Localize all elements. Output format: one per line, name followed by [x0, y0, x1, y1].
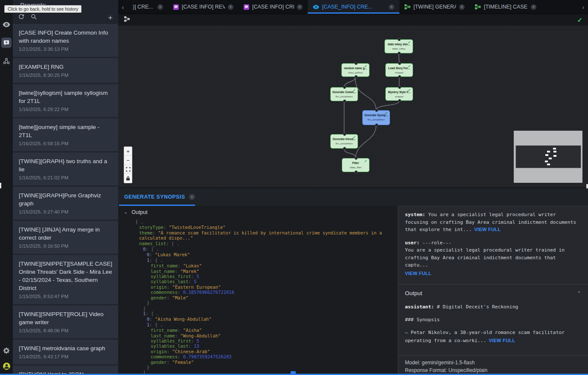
output-header: Output — [405, 290, 422, 296]
node-check-icon: ✓ — [352, 88, 356, 92]
editor-tab-2[interactable]: [CASE INFO] CRE...× — [239, 0, 308, 14]
graph-node[interactable]: ✓ state mkey stor... state_mkey — [384, 39, 413, 53]
minimap-node — [545, 161, 548, 162]
list-item[interactable]: [CASE INFO] Create Common Info with rand… — [13, 24, 118, 57]
result-tab-label: GENERATE SYNOPSIS — [124, 194, 185, 200]
assistant-line: ### Synopsis — [405, 316, 581, 324]
minimap-node — [553, 151, 556, 152]
prompt-timestamp: 1/16/2025, 8:30:25 PM — [19, 73, 113, 78]
graph-node[interactable]: ✓ Generate Comm... llm_completion — [330, 87, 358, 101]
node-check-icon: ✓ — [364, 64, 367, 68]
app-window: Prompts + [CASE INFO] Create Common Info… — [0, 0, 588, 375]
node-graph-canvas[interactable]: + − ✓ state mkey stor... state_mkey✓ ran… — [118, 26, 588, 188]
refresh-icon[interactable] — [18, 14, 24, 21]
eye-icon[interactable] — [2, 20, 11, 29]
assistant-output-section: Output ⌃ assistant: # Digital Deceit's R… — [398, 284, 588, 355]
auto-layout-icon[interactable] — [124, 16, 130, 24]
list-item[interactable]: [TWINE][SNIPPET][SAMPLE CASE] Online Thr… — [13, 255, 118, 304]
graph-minimap[interactable] — [514, 131, 582, 183]
graph-node[interactable]: ✓ random name g... exec_python — [341, 63, 370, 77]
view-full-link[interactable]: VIEW FULL — [489, 338, 515, 343]
lock-button[interactable] — [124, 174, 132, 183]
prompt-title: [TWINE] metroidvania case graph — [19, 344, 113, 352]
prompt-title: [TWINE][SNIPPET][ROLE] Video game writer — [19, 310, 113, 326]
output-section-header[interactable]: ⌄ Output — [118, 206, 398, 218]
json-tree[interactable]: { ⌄storyType: "TwistedLoveTriangle"theme… — [118, 218, 398, 375]
minimap-node — [549, 158, 552, 159]
list-item[interactable]: [TWINE] [JINJA] Array merge in correct o… — [13, 221, 118, 254]
graph-node[interactable]: ✓ Filter state_filter — [342, 158, 370, 172]
prompts-sidebar: Prompts + [CASE INFO] Create Common Info… — [13, 0, 118, 375]
view-full-link[interactable]: VIEW FULL — [405, 270, 431, 278]
json-line: } — [118, 300, 398, 305]
active-tab-underline — [119, 205, 195, 206]
chevron-up-icon[interactable]: ⌃ — [577, 290, 581, 296]
list-item[interactable]: [twine][journey] simple sample - 2T1L1/1… — [13, 118, 118, 151]
prompt-timestamp: 1/16/2025, 6:21:02 PM — [19, 175, 113, 181]
json-line: 0: [ ⌄ — [118, 246, 398, 252]
close-icon[interactable]: × — [157, 4, 163, 10]
json-line: theme: "A romance scam facilitator is ki… — [118, 230, 398, 235]
chevron-down-icon: ⌄ — [124, 209, 128, 215]
graph-node[interactable]: ✓ Generate Synop... llm_completion — [362, 110, 390, 125]
left-resize-handle[interactable] — [0, 183, 1, 188]
right-resize-handle[interactable] — [586, 184, 588, 188]
graph-node[interactable]: ✓ Mystery Style F... snippet — [385, 87, 413, 101]
prompts-nav-icon[interactable] — [1, 38, 12, 48]
editor-tab-1[interactable]: [CASE INFO] REVI...× — [168, 0, 239, 14]
list-item[interactable]: [EXAMPLE] RNG1/16/2025, 8:30:25 PM — [13, 58, 118, 83]
graph-node[interactable]: ✓ Generate Introd... llm_completion — [330, 134, 358, 149]
history-tooltip: Click to go back, hold to see history — [4, 5, 82, 13]
zoom-in-button[interactable]: + — [124, 147, 132, 156]
add-prompt-button[interactable]: + — [108, 14, 113, 22]
prompt-timestamp: 1/16/2025, 6:58:15 PM — [19, 141, 113, 146]
fit-view-button[interactable] — [124, 165, 132, 174]
prompt-title: [EXAMPLE] RNG — [19, 63, 113, 71]
json-line: commonness: 0.7987359247526203 — [118, 354, 398, 359]
prompt-title: [TWINE][GRAPH} two truths and a lie — [19, 157, 113, 173]
prompt-title: [TWINE] [JINJA] Array merge in correct o… — [19, 226, 113, 242]
tab-label: [CASE_INFO] CRE... — [322, 4, 386, 10]
view-full-link[interactable]: VIEW FULL — [474, 227, 501, 232]
close-icon[interactable]: × — [228, 4, 233, 10]
close-icon[interactable]: × — [297, 4, 303, 10]
close-icon[interactable]: × — [189, 194, 195, 200]
json-line: 0: "Lukas Marek" — [118, 252, 398, 257]
list-item[interactable]: [TWINE][GRAPH]Pure Graphviz graph1/15/20… — [13, 187, 118, 220]
tab-generate-synopsis[interactable]: GENERATE SYNOPSIS × — [119, 188, 200, 206]
eye-icon — [313, 5, 319, 9]
zoom-out-button[interactable]: − — [124, 156, 132, 165]
node-check-icon: ✓ — [408, 88, 411, 92]
bottom-area: GENERATE SYNOPSIS × ⌄ Output { ⌄storyTyp… — [118, 188, 588, 375]
graph-node[interactable]: ✓ Load Story For... snippet — [385, 63, 413, 77]
json-line: 1: { ⌄ — [118, 258, 398, 263]
editor-tab-5[interactable]: [TIMELINE] CASE ...× — [470, 0, 541, 14]
settings-gear-icon[interactable] — [2, 346, 11, 355]
editor-tab-0[interactable]: )] CRE...× — [128, 0, 168, 14]
prompt-title: [TWINE][GRAPH]Pure Graphviz graph — [19, 191, 113, 208]
list-item[interactable]: [TWINE][SNIPPET][ROLE] Video game writer… — [13, 305, 118, 338]
json-line: 1: { ⌄ — [118, 322, 398, 328]
list-item[interactable]: [TWINE][GRAPH} two truths and a lie1/16/… — [13, 152, 118, 185]
user-avatar[interactable] — [2, 361, 11, 371]
tabs-scroll-right-icon[interactable]: › — [579, 0, 588, 14]
close-icon[interactable]: × — [531, 4, 536, 10]
assistant-line: assistant: # Digital Deceit's Reckoning — [405, 303, 581, 311]
json-line: first_name: "Aisha" — [118, 328, 398, 333]
close-icon[interactable]: × — [459, 4, 465, 10]
list-item[interactable]: [twine][syllogism] sample syllogism for … — [13, 84, 118, 117]
json-line: gender: "Female" — [118, 360, 398, 365]
editor-tab-4[interactable]: [TWINE] GENERAT...× — [399, 0, 470, 14]
workflow-nav-icon[interactable] — [2, 56, 11, 66]
tabs-scroll-left-icon[interactable]: ‹ — [118, 0, 128, 14]
graph-toolbar: ✓ — [118, 14, 588, 26]
editor-tab-3[interactable]: [CASE_INFO] CRE...× — [308, 0, 399, 14]
list-item[interactable]: [TWINE] metroidvania case graph1/14/2025… — [13, 340, 118, 364]
json-line: last_name: "Marek" — [118, 269, 398, 274]
prompt-messages: system: You are a specialist legal proce… — [398, 206, 588, 284]
close-icon[interactable]: × — [389, 4, 394, 10]
horizontal-scrollbar-handle[interactable] — [291, 371, 296, 375]
json-line: calculated dispo..." — [118, 235, 398, 240]
flag-icon — [173, 4, 179, 10]
search-icon[interactable] — [31, 14, 37, 21]
